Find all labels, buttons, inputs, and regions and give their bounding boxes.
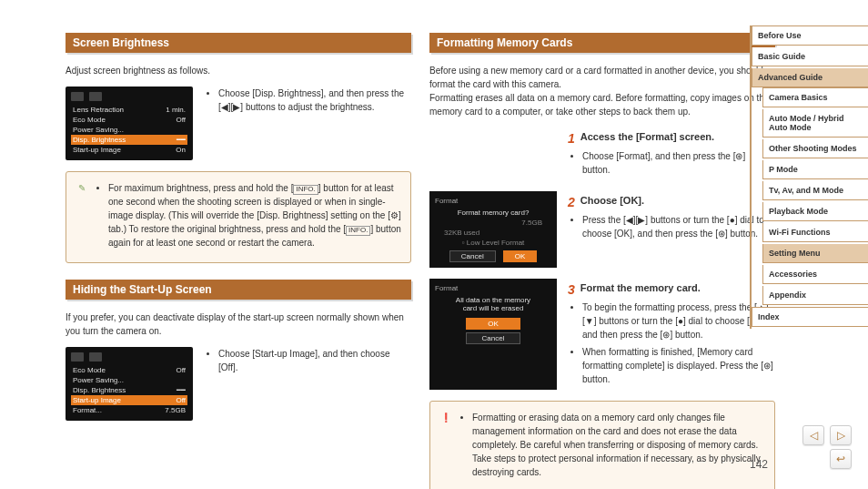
camera-icon: [71, 92, 84, 101]
startup-instructions: Choose [Start-up Image], and then choose…: [204, 347, 411, 421]
brightness-tip-box: ✎ For maximum brightness, press and hold…: [66, 171, 411, 263]
info-button-label: INFO.: [293, 185, 318, 195]
step-1-detail: Choose [Format], and then press the [⊛] …: [582, 149, 775, 177]
nav-appendix[interactable]: Appendix: [762, 286, 868, 305]
section-format-header: Formatting Memory Cards: [429, 33, 775, 53]
step-2-detail: Press the [◀][▶] buttons or turn the [●]…: [582, 213, 775, 240]
nav-p-mode[interactable]: P Mode: [762, 160, 868, 179]
step-3-detail-2: When formatting is finished, [Memory car…: [582, 345, 775, 386]
pencil-icon: ✎: [74, 179, 90, 196]
camera-icon: [71, 352, 84, 362]
step-1: 1Access the [Format] screen.: [568, 131, 775, 146]
format-dialog-2: Format All data on the memory card will …: [429, 279, 557, 390]
nav-basic-guide[interactable]: Basic Guide: [752, 47, 868, 66]
step-3: 3Format the memory card.: [568, 282, 775, 297]
return-button[interactable]: ↩: [830, 449, 852, 469]
tools-icon: [89, 92, 102, 101]
brightness-intro: Adjust screen brightness as follows.: [66, 64, 411, 77]
nav-advanced-guide[interactable]: Advanced Guide: [752, 68, 868, 87]
nav-playback[interactable]: Playback Mode: [762, 202, 868, 221]
nav-before-use[interactable]: Before Use: [752, 25, 868, 46]
brightness-instructions: Choose [Disp. Brightness], and then pres…: [204, 87, 411, 160]
format-dialog-1: Format Format memory card? 7.5GB 32KB us…: [429, 191, 557, 268]
step-2: 2Choose [OK].: [568, 195, 775, 209]
prev-page-button[interactable]: ◁: [802, 425, 824, 445]
nav-tv-av-m[interactable]: Tv, Av, and M Mode: [762, 181, 868, 200]
nav-other-shooting[interactable]: Other Shooting Modes: [762, 139, 868, 158]
warning-icon: ❗: [438, 409, 454, 425]
nav-accessories[interactable]: Accessories: [762, 265, 868, 284]
nav-setting-menu[interactable]: Setting Menu: [762, 244, 868, 263]
next-page-button[interactable]: ▷: [830, 425, 852, 445]
section-screen-brightness-header: Screen Brightness: [66, 33, 411, 53]
step-3-detail-1: To begin the formatting process, press t…: [582, 301, 775, 341]
startup-menu-screenshot: Eco ModeOff Power Saving... Disp. Bright…: [66, 347, 193, 421]
section-hiding-startup-header: Hiding the Start-Up Screen: [66, 280, 411, 300]
format-intro: Before using a new memory card or a card…: [429, 64, 775, 118]
page-number: 142: [750, 458, 768, 471]
tools-icon: [89, 352, 102, 362]
nav-camera-basics[interactable]: Camera Basics: [762, 87, 868, 107]
guide-nav: Before Use Basic Guide Advanced Guide Ca…: [750, 25, 868, 329]
nav-auto-mode[interactable]: Auto Mode / Hybrid Auto Mode: [762, 109, 868, 138]
brightness-menu-screenshot: Lens Retraction1 min. Eco ModeOff Power …: [66, 87, 193, 160]
startup-intro: If you prefer, you can deactivate displa…: [66, 311, 411, 338]
nav-wifi[interactable]: Wi-Fi Functions: [762, 223, 868, 242]
info-button-label: INFO.: [346, 226, 370, 236]
format-warning-box: ❗ Formatting or erasing data on a memory…: [429, 401, 775, 489]
nav-index[interactable]: Index: [752, 307, 868, 327]
